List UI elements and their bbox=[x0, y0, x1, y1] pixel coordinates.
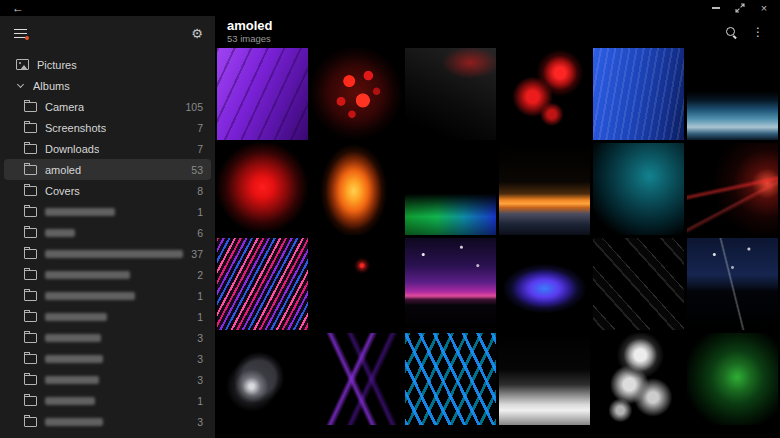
gallery-thumbnail[interactable] bbox=[405, 238, 496, 330]
header-actions: ⋮ bbox=[725, 26, 764, 39]
sidebar-item-redacted-9[interactable]: 3 bbox=[4, 369, 211, 390]
back-button[interactable]: ← bbox=[6, 2, 30, 14]
gallery-thumbnail[interactable] bbox=[593, 238, 684, 330]
sidebar-item-redacted-8[interactable]: 3 bbox=[4, 348, 211, 369]
album-label: Camera bbox=[45, 101, 84, 113]
gallery-thumbnail[interactable] bbox=[405, 48, 496, 140]
gallery-thumbnail[interactable] bbox=[311, 238, 402, 330]
gallery-thumbnail[interactable] bbox=[311, 143, 402, 235]
album-label-redacted bbox=[45, 250, 183, 258]
minimize-button[interactable] bbox=[706, 1, 726, 15]
gallery-thumbnail[interactable] bbox=[687, 238, 778, 330]
sidebar-item-redacted-6[interactable]: 1 bbox=[4, 306, 211, 327]
titlebar: ← × bbox=[0, 0, 780, 16]
gallery-thumbnail[interactable] bbox=[687, 143, 778, 235]
main-header: amoled 53 images ⋮ bbox=[215, 16, 780, 46]
album-label-redacted bbox=[45, 229, 75, 237]
folder-icon bbox=[24, 270, 37, 280]
sidebar-item-covers[interactable]: Covers 8 bbox=[4, 180, 211, 201]
album-label-redacted bbox=[45, 271, 130, 279]
gallery-thumbnail[interactable] bbox=[405, 143, 496, 235]
sidebar-item-downloads[interactable]: Downloads 7 bbox=[4, 138, 211, 159]
folder-icon bbox=[24, 165, 37, 175]
gallery-app-window: ← × ⚙ Pictures bbox=[0, 0, 780, 438]
folder-icon bbox=[24, 417, 37, 427]
sidebar-item-redacted-2[interactable]: 6 bbox=[4, 222, 211, 243]
sidebar-item-redacted-7[interactable]: 3 bbox=[4, 327, 211, 348]
sidebar-item-albums[interactable]: Albums bbox=[0, 75, 215, 96]
album-count: 8 bbox=[197, 185, 203, 197]
sidebar-item-redacted-4[interactable]: 2 bbox=[4, 264, 211, 285]
thumbnail-grid bbox=[215, 46, 780, 438]
folder-icon bbox=[24, 354, 37, 364]
gallery-thumbnail[interactable] bbox=[405, 333, 496, 425]
album-count: 6 bbox=[197, 227, 203, 239]
album-label-redacted bbox=[45, 418, 103, 426]
gallery-thumbnail[interactable] bbox=[217, 333, 308, 425]
sidebar-item-camera[interactable]: Camera 105 bbox=[4, 96, 211, 117]
folder-icon bbox=[24, 102, 37, 112]
content-area: ⚙ Pictures Albums Camera 105 bbox=[0, 16, 780, 438]
main-area: amoled 53 images ⋮ bbox=[215, 16, 780, 438]
album-count: 53 bbox=[191, 164, 203, 176]
sidebar-item-redacted-11[interactable]: 3 bbox=[4, 411, 211, 432]
folder-icon bbox=[24, 249, 37, 259]
gallery-thumbnail[interactable] bbox=[217, 238, 308, 330]
sidebar-top: ⚙ bbox=[0, 16, 215, 46]
fullscreen-icon bbox=[735, 3, 745, 13]
album-label: Screenshots bbox=[45, 122, 106, 134]
gallery-thumbnail[interactable] bbox=[499, 48, 590, 140]
album-count: 1 bbox=[197, 206, 203, 218]
sidebar-item-redacted-10[interactable]: 1 bbox=[4, 390, 211, 411]
gallery-thumbnail[interactable] bbox=[217, 143, 308, 235]
page-title: amoled bbox=[227, 19, 273, 33]
close-button[interactable]: × bbox=[754, 1, 774, 15]
album-count: 7 bbox=[197, 143, 203, 155]
folder-icon bbox=[24, 228, 37, 238]
album-count: 1 bbox=[197, 311, 203, 323]
gallery-thumbnail[interactable] bbox=[593, 143, 684, 235]
album-count: 3 bbox=[197, 332, 203, 344]
album-title-block: amoled 53 images bbox=[227, 19, 273, 45]
album-label-redacted bbox=[45, 208, 115, 216]
gallery-thumbnail[interactable] bbox=[311, 48, 402, 140]
settings-icon[interactable]: ⚙ bbox=[191, 27, 203, 40]
album-count: 1 bbox=[197, 395, 203, 407]
album-label-redacted bbox=[45, 334, 101, 342]
gallery-thumbnail[interactable] bbox=[311, 333, 402, 425]
album-count: 3 bbox=[197, 416, 203, 428]
folder-icon bbox=[24, 123, 37, 133]
album-label-redacted bbox=[45, 313, 107, 321]
more-icon[interactable]: ⋮ bbox=[752, 26, 764, 38]
sidebar-item-pictures[interactable]: Pictures bbox=[0, 54, 215, 75]
gallery-thumbnail[interactable] bbox=[499, 143, 590, 235]
gallery-thumbnail[interactable] bbox=[499, 333, 590, 425]
gallery-thumbnail[interactable] bbox=[687, 48, 778, 140]
search-icon[interactable] bbox=[725, 26, 738, 39]
gallery-thumbnail[interactable] bbox=[593, 333, 684, 425]
sidebar-item-redacted-1[interactable]: 1 bbox=[4, 201, 211, 222]
gallery-thumbnail[interactable] bbox=[217, 48, 308, 140]
folder-icon bbox=[24, 207, 37, 217]
folder-icon bbox=[24, 333, 37, 343]
sidebar-item-amoled[interactable]: amoled 53 bbox=[4, 159, 211, 180]
album-count: 2 bbox=[197, 269, 203, 281]
albums-label: Albums bbox=[33, 80, 70, 92]
folder-icon bbox=[24, 312, 37, 322]
folder-icon bbox=[24, 291, 37, 301]
gallery-thumbnail[interactable] bbox=[499, 238, 590, 330]
sidebar-item-redacted-3[interactable]: 37 bbox=[4, 243, 211, 264]
album-label-redacted bbox=[45, 376, 99, 384]
sidebar-item-screenshots[interactable]: Screenshots 7 bbox=[4, 117, 211, 138]
sidebar: ⚙ Pictures Albums Camera 105 bbox=[0, 16, 215, 438]
minimize-icon bbox=[712, 7, 720, 9]
folder-icon bbox=[24, 186, 37, 196]
gallery-thumbnail[interactable] bbox=[593, 48, 684, 140]
sidebar-item-redacted-5[interactable]: 1 bbox=[4, 285, 211, 306]
gallery-thumbnail[interactable] bbox=[687, 333, 778, 425]
menu-icon[interactable] bbox=[14, 28, 27, 39]
window-controls: × bbox=[706, 1, 774, 15]
fullscreen-button[interactable] bbox=[730, 1, 750, 15]
album-count: 3 bbox=[197, 374, 203, 386]
album-label-redacted bbox=[45, 292, 135, 300]
